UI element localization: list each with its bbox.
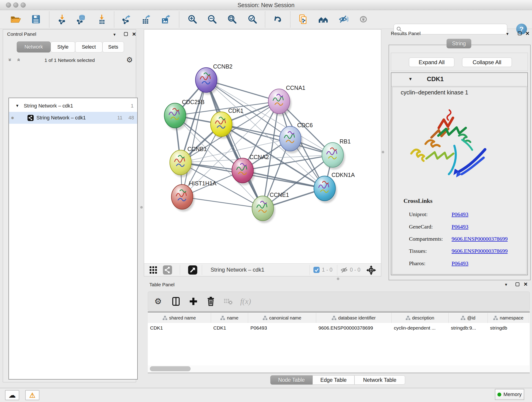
memory-button[interactable]: Memory (495, 389, 524, 400)
crosslink-link[interactable]: P06493 (452, 211, 468, 217)
crosslink-label: Tissues: (409, 248, 427, 254)
zoom-out-button[interactable] (206, 12, 219, 26)
crosslink-link[interactable]: 9606.ENSP00000378699 (452, 248, 508, 254)
network-node-label: CCNB1 (187, 146, 207, 152)
control-panel-float-icon[interactable] (124, 32, 128, 36)
scrollbar-thumb[interactable] (150, 366, 191, 371)
tab-network[interactable]: Network (17, 41, 51, 52)
import-database-icon (76, 14, 86, 24)
zoom-fit-button[interactable] (226, 12, 239, 26)
zoom-selected-button[interactable] (246, 12, 259, 26)
table-panel-close-icon[interactable]: × (524, 282, 527, 287)
delete-trash-icon[interactable] (204, 295, 217, 308)
column-header-name[interactable]: name (211, 313, 248, 323)
hide-selection-button[interactable] (337, 12, 350, 26)
fit-content-crosshair-icon[interactable] (366, 265, 376, 276)
network-type-icon (27, 115, 34, 121)
tab-style[interactable]: Style (51, 41, 75, 52)
open-session-button[interactable] (9, 12, 22, 26)
network-collection-row[interactable]: ▼ String Network – cdk1 1 (9, 100, 137, 112)
crosslink-link[interactable]: P06493 (452, 224, 468, 230)
column-header-namespace[interactable]: namespace (488, 313, 529, 323)
table-cell[interactable]: stringdb (488, 323, 529, 332)
network-node-label: CDC6 (297, 122, 313, 128)
show-all-button[interactable] (357, 12, 370, 26)
table-cell[interactable]: 9606.ENSP00000378699 (316, 323, 392, 332)
network-node[interactable]: RB1 (322, 138, 351, 170)
results-panel-menu-icon[interactable]: ▾ (506, 31, 509, 36)
crosslink-link[interactable]: 9606.ENSP00000378699 (452, 236, 508, 242)
tab-sets[interactable]: Sets (102, 41, 124, 52)
network-share-view-icon[interactable] (163, 265, 172, 275)
table-horizontal-scrollbar[interactable] (148, 365, 529, 372)
gene-section: ▼ CDK1 cyclin–dependent kinase 1 (391, 72, 528, 275)
tab-node-table[interactable]: Node Table (270, 375, 312, 385)
table-panel-float-icon[interactable] (515, 282, 519, 286)
import-table-button[interactable] (95, 12, 108, 26)
table-cell[interactable]: CDK1 (148, 323, 211, 332)
add-column-icon[interactable] (170, 295, 182, 308)
control-panel-menu-icon[interactable]: ▾ (114, 32, 116, 37)
network-node[interactable]: CCNB2 (196, 63, 233, 95)
network-node[interactable]: CDC25B (164, 99, 205, 130)
expand-all-button[interactable]: Expand All (409, 57, 454, 67)
cloud-services-button[interactable]: ☁ (5, 390, 19, 400)
import-network-database-button[interactable] (75, 12, 88, 26)
results-panel-close-icon[interactable]: × (526, 31, 529, 36)
network-view-toolbar: String Network – cdk1 1 - 0 0 - 0 (144, 263, 381, 276)
network-node-label: CDC25B (182, 99, 205, 105)
copy-network-button[interactable] (297, 12, 309, 26)
import-network-icon (57, 14, 67, 24)
table-cell[interactable]: stringdb:9... (449, 323, 488, 332)
column-header-description[interactable]: description (392, 313, 449, 323)
hidden-eye-icon[interactable] (340, 266, 348, 274)
network-row[interactable]: String Network – cdk1 11 48 (9, 112, 137, 124)
control-panel: Control Panel ▾ × Network Style Select S… (3, 29, 136, 382)
zoom-in-button[interactable] (186, 12, 199, 26)
column-header--id[interactable]: @id (449, 313, 488, 323)
export-image-button[interactable] (159, 12, 172, 26)
table-panel-menu-icon[interactable]: ▾ (505, 282, 507, 287)
gene-section-header[interactable]: ▼ CDK1 (391, 73, 527, 86)
tab-edge-table[interactable]: Edge Table (312, 375, 355, 385)
import-network-file-button[interactable] (56, 12, 69, 26)
results-panel-float-icon[interactable] (518, 32, 522, 35)
column-header-database-identifier[interactable]: database identifier (316, 313, 392, 323)
birds-eye-view-icon[interactable] (188, 265, 197, 275)
control-panel-close-icon[interactable]: × (132, 32, 136, 36)
column-type-icon (461, 316, 465, 320)
table-cell[interactable]: CDK1 (211, 323, 248, 332)
table-settings-gear-icon[interactable]: ⚙ (152, 295, 165, 308)
add-row-plus-icon[interactable] (187, 295, 200, 308)
bottom-splitter-grip[interactable] (337, 278, 339, 280)
save-session-button[interactable] (30, 12, 42, 26)
two-houses-icon (318, 14, 329, 24)
collection-expander-icon[interactable]: ▼ (15, 104, 19, 108)
collapse-all-button[interactable]: Collapse All (462, 57, 512, 67)
network-node[interactable]: CCNA1 (268, 85, 305, 116)
left-splitter-grip[interactable] (140, 206, 143, 209)
crosslink-link[interactable]: P06493 (452, 260, 468, 267)
table-cell[interactable]: cyclin-dependent ... (392, 323, 449, 332)
refresh-button[interactable] (271, 12, 284, 26)
gene-expander-icon[interactable]: ▼ (408, 77, 413, 82)
home-button[interactable] (317, 12, 330, 26)
tab-string[interactable]: String (447, 39, 471, 48)
export-table-button[interactable] (139, 12, 152, 26)
network-edge[interactable] (221, 124, 333, 155)
node-table: shared namenamecanonical namedatabase id… (148, 312, 530, 373)
network-options-gear-icon[interactable]: ⚙ (126, 56, 133, 64)
export-network-button[interactable] (120, 12, 133, 26)
column-header-shared-name[interactable]: shared name (148, 313, 211, 323)
tab-select[interactable]: Select (75, 41, 102, 52)
tab-network-table[interactable]: Network Table (355, 375, 405, 385)
column-header-canonical-name[interactable]: canonical name (248, 313, 316, 323)
network-canvas[interactable]: CCNB2CCNA1CDC25BCDK1CDC6RB1CCNB1CCNA2CDK… (144, 30, 381, 263)
table-cell[interactable]: P06493 (248, 323, 316, 332)
right-splitter-grip[interactable] (382, 151, 384, 153)
network-node[interactable]: HIST1H1A (171, 180, 216, 211)
warnings-button[interactable]: ⚠ (25, 390, 39, 400)
selected-checkbox-icon[interactable] (313, 267, 320, 274)
network-node[interactable]: CDKN1A (314, 172, 355, 203)
grid-view-icon[interactable] (149, 265, 158, 275)
